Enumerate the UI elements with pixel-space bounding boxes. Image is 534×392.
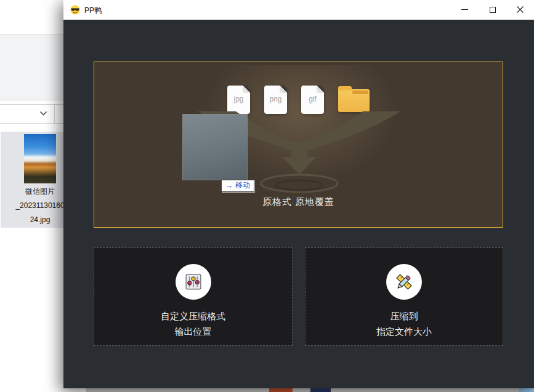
maximize-button[interactable] xyxy=(479,0,506,19)
jpg-file-icon: jpg xyxy=(227,86,250,114)
move-label: 移动 xyxy=(235,180,250,191)
taskbar-app-orange[interactable] xyxy=(269,388,293,392)
drag-move-cursor-badge: → 移动 xyxy=(221,180,254,192)
close-button[interactable] xyxy=(506,0,534,19)
taskbar-app-navy[interactable] xyxy=(310,388,331,392)
close-icon xyxy=(517,6,524,13)
ruler-pencil-icon xyxy=(394,271,415,292)
drag-ghost-image[interactable] xyxy=(183,114,247,180)
png-file-icon: png xyxy=(264,86,287,114)
target-size-line1: 压缩到 xyxy=(305,308,503,324)
gif-file-icon: gif xyxy=(301,86,324,114)
app-sunglasses-smiley-icon xyxy=(70,5,80,15)
titlebar[interactable]: PP鸭 xyxy=(63,0,534,20)
minimize-button[interactable] xyxy=(451,0,479,19)
ruler-pencil-icon-circle xyxy=(386,264,422,300)
custom-format-label: 自定义压缩格式 输出位置 xyxy=(94,308,292,339)
sliders-icon xyxy=(184,273,203,291)
taskbar-app-blue[interactable] xyxy=(519,388,534,392)
drop-zone[interactable]: jpg png gif → xyxy=(94,62,503,228)
window-controls xyxy=(451,0,534,19)
custom-format-tile[interactable]: 自定义压缩格式 输出位置 xyxy=(94,247,293,346)
window-body: jpg png gif → xyxy=(63,20,534,388)
custom-format-line1: 自定义压缩格式 xyxy=(94,308,292,324)
gif-label: gif xyxy=(301,95,324,103)
target-size-tile[interactable]: 压缩到 指定文件大小 xyxy=(305,247,503,346)
target-size-line2: 指定文件大小 xyxy=(305,324,503,339)
desktop: 微信图片 _20231130160 24.jpg PP鸭 xyxy=(0,0,534,392)
sliders-icon-circle xyxy=(176,264,211,300)
jpg-label: jpg xyxy=(227,95,250,103)
ppduck-window: PP鸭 jpg pn xyxy=(63,0,534,388)
target-size-label: 压缩到 指定文件大小 xyxy=(305,308,503,339)
folder-icon xyxy=(338,89,370,112)
dropzone-caption: 原格式 原地覆盖 xyxy=(94,196,503,208)
custom-format-line2: 输出位置 xyxy=(94,324,292,339)
taskbar-sliver[interactable] xyxy=(63,388,534,392)
move-arrow-icon: → xyxy=(225,181,233,190)
png-label: png xyxy=(264,95,287,103)
window-title: PP鸭 xyxy=(84,6,102,16)
file-thumbnail[interactable] xyxy=(24,134,56,183)
combobox-divider xyxy=(54,105,55,124)
chevron-down-icon[interactable] xyxy=(39,111,47,116)
